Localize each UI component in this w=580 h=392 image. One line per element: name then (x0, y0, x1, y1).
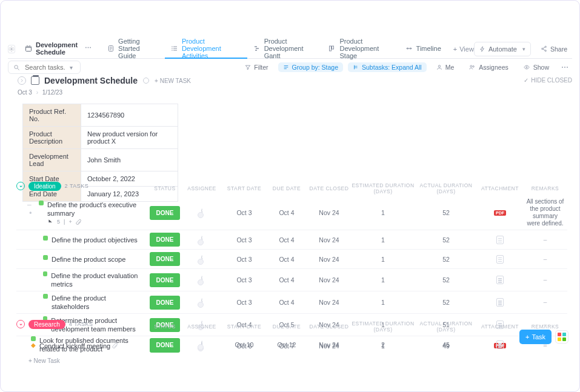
due-date: Oct 4 (266, 209, 307, 216)
date-closed: Nov 24 (307, 341, 351, 348)
svg-point-13 (15, 65, 18, 68)
apps-icon[interactable] (555, 330, 568, 344)
chevron-down-icon[interactable] (16, 182, 25, 190)
attachment-icon[interactable] (76, 219, 82, 225)
document-icon[interactable] (496, 236, 504, 244)
actual-duration: 52 (415, 209, 477, 216)
assignee-avatar-icon[interactable] (201, 298, 202, 307)
document-icon[interactable] (496, 341, 504, 349)
task-row[interactable]: Define the product evaluation metricsDON… (16, 268, 567, 291)
subtask-meta: 5|+ (47, 219, 145, 225)
task-title: Define the product evaluation metrics (51, 271, 145, 288)
status-cell[interactable]: DONE (148, 206, 181, 220)
user-icon (436, 64, 442, 70)
status-cell[interactable]: DONE (148, 273, 181, 287)
task-row[interactable]: – •Define the product's executive summar… (16, 196, 567, 230)
settings-icon[interactable] (8, 45, 15, 53)
assignee-cell[interactable] (181, 276, 222, 284)
col-date-closed: DATE CLOSED (307, 324, 351, 330)
assignee-avatar-icon[interactable] (201, 255, 202, 264)
group-badge: Research (28, 320, 65, 329)
svg-point-14 (438, 65, 440, 67)
plus-icon: + (525, 333, 529, 341)
actual-duration: 52 (415, 299, 477, 306)
attachment-cell (477, 341, 523, 349)
automate-button[interactable]: Automate ▾ (474, 42, 531, 56)
task-row[interactable]: Define the product stakeholdersDONEOct 3… (16, 291, 567, 313)
tab-getting-started-guide[interactable]: Getting Started Guide (101, 39, 165, 59)
add-task-fab[interactable]: + Task (519, 330, 552, 344)
meta-row: Product DescriptionNew product version f… (23, 127, 178, 149)
svg-point-0 (11, 48, 13, 50)
pdf-icon[interactable]: PDF (494, 210, 506, 216)
status-cell[interactable]: DONE (148, 252, 181, 266)
new-task-row[interactable]: + New Task (16, 357, 567, 364)
stage-icon (328, 45, 336, 52)
task-row[interactable]: Look for published documents related to … (16, 334, 567, 356)
chevron-down-icon[interactable]: ▾ (70, 64, 73, 71)
meta-row: Product Ref. No.1234567890 (23, 104, 178, 127)
date-closed: Nov 24 (307, 276, 351, 284)
estimated-duration: 1 (351, 209, 415, 216)
task-row[interactable]: Define the product scopeDONEOct 3Oct 4No… (16, 249, 567, 268)
share-label: Share (550, 45, 567, 53)
document-icon[interactable] (496, 298, 504, 307)
share-button[interactable]: Share (536, 44, 572, 54)
assignee-cell[interactable] (181, 341, 222, 348)
tab-product-development-gantt[interactable]: Product Development Gantt (247, 39, 323, 59)
search-input[interactable] (24, 63, 66, 71)
attachment-cell (477, 276, 523, 284)
tab-timeline[interactable]: Timeline (399, 39, 447, 59)
filter-icon (245, 64, 251, 70)
assignee-cell[interactable] (181, 299, 222, 306)
assignee-cell[interactable] (181, 209, 222, 216)
assignee-avatar-icon[interactable] (201, 341, 202, 349)
new-task-link[interactable]: + NEW TASK (155, 78, 191, 84)
status-indicator-icon (43, 236, 48, 241)
me-button[interactable]: Me (432, 62, 459, 72)
collapse-icon[interactable] (18, 76, 26, 85)
assignee-cell[interactable] (181, 256, 222, 263)
me-label: Me (445, 64, 455, 71)
info-icon[interactable] (142, 77, 150, 84)
document-icon[interactable] (496, 276, 504, 284)
assignees-button[interactable]: Assignees (464, 62, 513, 72)
status-cell[interactable]: DONE (148, 296, 181, 310)
status-cell[interactable]: DONE (148, 338, 181, 352)
svg-point-16 (473, 66, 475, 68)
filter-button[interactable]: Filter (240, 62, 273, 72)
add-view-button[interactable]: + View (453, 45, 474, 53)
more-icon[interactable]: ⋯ (559, 63, 572, 71)
start-date: Oct 3 (222, 209, 266, 216)
tab-product-development-stage[interactable]: Product Development Stage (322, 39, 399, 59)
assignee-avatar-icon[interactable] (201, 236, 202, 244)
status-cell[interactable]: DONE (148, 233, 181, 247)
search-wrap[interactable]: ▾ (8, 61, 81, 74)
status-indicator-icon (43, 271, 47, 276)
group-icon (283, 64, 289, 70)
expand-icon[interactable]: – • (27, 201, 35, 218)
svg-point-5 (172, 50, 173, 51)
assignee-avatar-icon[interactable] (201, 276, 202, 284)
subtasks-button[interactable]: Subtasks: Expand All (348, 62, 427, 72)
plus-icon: + (453, 45, 457, 53)
remarks: – (523, 236, 567, 244)
meta-value: John Smith (81, 149, 178, 171)
tab-main-title[interactable]: Development Schedule ⋯ (19, 39, 101, 59)
hide-closed-button[interactable]: ✓ HIDE CLOSED (524, 77, 572, 84)
assignee-avatar-icon[interactable] (201, 208, 202, 217)
chevron-down-icon[interactable] (16, 320, 25, 328)
filter-label: Filter (254, 64, 268, 71)
show-button[interactable]: Show (518, 62, 554, 72)
col-start-date: START DATE (222, 185, 266, 191)
document-icon[interactable] (496, 255, 504, 264)
date-closed: Nov 24 (307, 256, 351, 263)
plus-icon[interactable]: + (68, 219, 72, 225)
tab-more-icon[interactable]: ⋯ (81, 44, 95, 52)
groupby-button[interactable]: Group by: Stage (278, 62, 343, 72)
col-remarks: REMARKS (523, 324, 567, 330)
meta-value: New product version for product X (81, 127, 178, 149)
task-row[interactable]: Define the product objectivesDONEOct 3Oc… (16, 230, 567, 249)
tab-product-development-activities[interactable]: Product Development Activities (165, 39, 247, 59)
assignee-cell[interactable] (181, 236, 222, 244)
